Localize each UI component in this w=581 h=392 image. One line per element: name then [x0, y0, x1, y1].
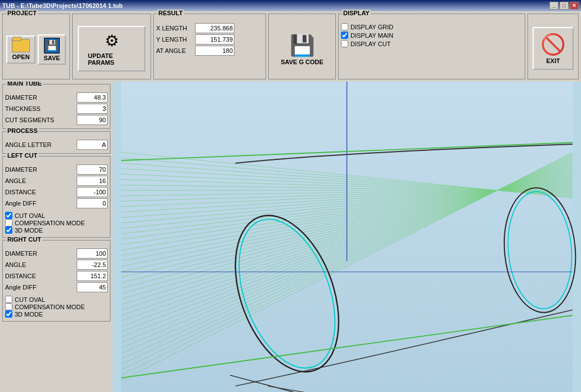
- left-cut-title: LEFT CUT: [6, 152, 38, 159]
- rc-compensation-checkbox[interactable]: [5, 303, 12, 310]
- toolbar-area: PROJECT OPEN SAVE ⚙ UPDATE PARAMS RESULT…: [0, 11, 581, 82]
- update-params-button[interactable]: ⚙ UPDATE PARAMS: [78, 26, 145, 72]
- left-cut-group: LEFT CUT DIAMETER ANGLE DISTANCE Angle D…: [2, 156, 110, 238]
- rc-distance-row: DISTANCE: [5, 271, 108, 281]
- rc-3d-label: 3D MODE: [15, 311, 43, 318]
- minimize-button[interactable]: _: [549, 2, 558, 10]
- gear-icon: ⚙: [105, 32, 119, 50]
- display-group: DISPLAY DISPLAY GRID DISPLAY MAIN DISPLA…: [338, 14, 525, 79]
- rc-angle-label: ANGLE: [5, 261, 26, 268]
- rc-cut-oval-label: CUT OVAL: [15, 296, 45, 303]
- rc-angle-diff-row: Angle DIFF: [5, 282, 108, 292]
- result-group: RESULT X LENGTH Y LENGTH AT ANGLE: [153, 14, 266, 79]
- result-group-title: RESULT: [157, 10, 184, 16]
- rc-compensation-label: COMPENSATION MODE: [15, 304, 85, 310]
- lc-angle-input[interactable]: [77, 176, 108, 186]
- lc-distance-row: DISTANCE: [5, 187, 108, 197]
- right-cut-title: RIGHT CUT: [6, 236, 42, 243]
- project-group: PROJECT OPEN SAVE: [2, 14, 70, 79]
- rc-distance-input[interactable]: [77, 271, 108, 281]
- display-cut-label: DISPLAY CUT: [351, 41, 391, 47]
- lc-cut-oval-checkbox[interactable]: [5, 212, 12, 219]
- at-angle-input[interactable]: [195, 46, 234, 56]
- lc-diameter-input[interactable]: [77, 164, 108, 175]
- save-gcode-button[interactable]: 💾 SAVE G CODE: [281, 34, 323, 65]
- exit-icon: 🚫: [540, 33, 566, 56]
- angle-letter-row: ANGLE LETTER: [5, 140, 108, 150]
- lc-cut-oval-label: CUT OVAL: [15, 212, 45, 219]
- save-gcode-group: 💾 SAVE G CODE: [268, 14, 336, 79]
- thickness-row: THICKNESS: [5, 104, 108, 114]
- lc-angle-row: ANGLE: [5, 176, 108, 186]
- angle-letter-input[interactable]: [77, 140, 108, 150]
- lc-angle-diff-row: Angle DIFF: [5, 198, 108, 208]
- thickness-input[interactable]: [77, 104, 108, 114]
- lc-3d-label: 3D MODE: [15, 227, 43, 234]
- open-label: OPEN: [12, 54, 29, 60]
- cut-segments-input[interactable]: [77, 115, 108, 125]
- y-length-input[interactable]: [195, 34, 234, 44]
- lc-diameter-row: DIAMETER: [5, 164, 108, 175]
- rc-cut-oval-checkbox[interactable]: [5, 296, 12, 303]
- process-group: PROCESS ANGLE LETTER: [2, 131, 110, 154]
- lc-distance-input[interactable]: [77, 187, 108, 197]
- folder-icon: [12, 39, 30, 52]
- rc-diameter-input[interactable]: [77, 248, 108, 259]
- rc-angle-diff-input[interactable]: [77, 282, 108, 292]
- process-title: PROCESS: [6, 127, 39, 134]
- content-area: MAIN TUBE DIAMETER THICKNESS CUT SEGMENT…: [0, 82, 581, 392]
- thickness-label: THICKNESS: [5, 105, 41, 112]
- exit-button[interactable]: 🚫 EXIT: [533, 27, 574, 70]
- display-grid-row: DISPLAY GRID: [341, 23, 522, 30]
- open-button[interactable]: OPEN: [6, 35, 36, 64]
- diameter-input[interactable]: [77, 92, 108, 103]
- exit-label: EXIT: [546, 57, 560, 64]
- lc-distance-label: DISTANCE: [5, 189, 36, 195]
- display-grid-label: DISPLAY GRID: [351, 24, 393, 30]
- y-length-label: Y LENGTH: [156, 36, 193, 43]
- at-angle-label: AT ANGLE: [156, 47, 193, 54]
- x-length-label: X LENGTH: [156, 25, 193, 32]
- display-main-checkbox[interactable]: [341, 32, 348, 39]
- update-params-group: ⚙ UPDATE PARAMS: [72, 14, 151, 79]
- close-button[interactable]: ✕: [570, 2, 579, 10]
- left-panel: MAIN TUBE DIAMETER THICKNESS CUT SEGMENT…: [0, 82, 113, 392]
- rc-angle-row: ANGLE: [5, 260, 108, 270]
- title-text: TUB - E:\Tube3D\Projects\17062014 1.tub: [2, 2, 123, 9]
- lc-3d-checkbox[interactable]: [5, 226, 12, 234]
- display-main-label: DISPLAY MAIN: [351, 32, 393, 39]
- cut-segments-label: CUT SEGMENTS: [5, 117, 54, 123]
- rc-distance-label: DISTANCE: [5, 273, 36, 279]
- save-icon: [44, 38, 60, 54]
- lc-angle-diff-input[interactable]: [77, 198, 108, 208]
- lc-compensation-checkbox[interactable]: [5, 219, 12, 226]
- angle-letter-label: ANGLE LETTER: [5, 141, 52, 148]
- lc-angle-diff-label: Angle DIFF: [5, 200, 37, 207]
- rc-angle-input[interactable]: [77, 260, 108, 270]
- rc-checkboxes: CUT OVAL COMPENSATION MODE 3D MODE: [5, 296, 108, 318]
- diameter-label: DIAMETER: [5, 94, 37, 101]
- display-grid-checkbox[interactable]: [341, 23, 348, 30]
- viewport[interactable]: [113, 82, 581, 392]
- rc-diameter-label: DIAMETER: [5, 250, 37, 257]
- y-length-row: Y LENGTH: [156, 34, 263, 44]
- cut-segments-row: CUT SEGMENTS: [5, 115, 108, 125]
- rc-3d-checkbox[interactable]: [5, 310, 12, 318]
- project-group-title: PROJECT: [6, 10, 38, 16]
- lc-angle-label: ANGLE: [5, 177, 26, 184]
- rc-angle-diff-label: Angle DIFF: [5, 284, 37, 291]
- save-label: SAVE: [43, 55, 60, 61]
- display-group-title: DISPLAY: [342, 10, 371, 16]
- display-cut-row: DISPLAY CUT: [341, 40, 522, 47]
- lc-3d-row: 3D MODE: [5, 226, 108, 234]
- lc-cut-oval-row: CUT OVAL: [5, 212, 108, 219]
- lc-diameter-label: DIAMETER: [5, 166, 37, 173]
- display-cut-checkbox[interactable]: [341, 40, 348, 47]
- maximize-button[interactable]: □: [560, 2, 569, 10]
- display-main-row: DISPLAY MAIN: [341, 32, 522, 39]
- viewport-svg: [113, 82, 581, 392]
- save-button[interactable]: SAVE: [38, 34, 66, 65]
- x-length-input[interactable]: [195, 23, 234, 33]
- lc-checkboxes: CUT OVAL COMPENSATION MODE 3D MODE: [5, 212, 108, 234]
- x-length-row: X LENGTH: [156, 23, 263, 33]
